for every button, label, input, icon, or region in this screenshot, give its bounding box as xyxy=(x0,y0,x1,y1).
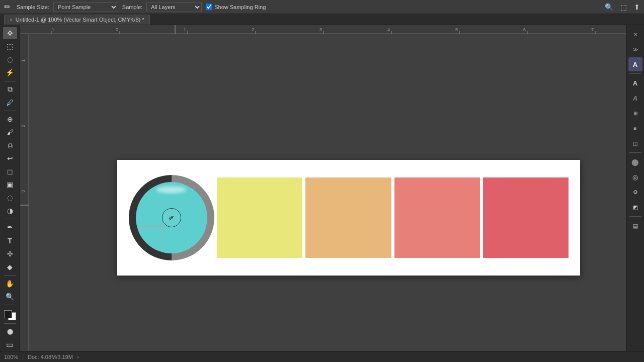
history-brush-tool[interactable]: ↩ xyxy=(3,152,17,164)
select-rect-tool[interactable]: ⬚ xyxy=(3,40,17,52)
sample-select[interactable]: All LayersCurrent LayerCurrent & Below xyxy=(146,2,202,12)
swatch-red xyxy=(483,177,569,258)
tool-separator-1 xyxy=(4,81,16,81)
collapse-panel-btn[interactable]: ✕ xyxy=(628,27,642,41)
svg-text:2: 2 xyxy=(252,27,254,32)
circle-swatch: ✏ xyxy=(127,170,215,265)
foreground-background-color[interactable] xyxy=(3,309,17,321)
brush-tool[interactable]: 🖌 xyxy=(3,126,17,138)
clone-stamp-tool[interactable]: ⎙ xyxy=(3,139,17,151)
show-sampling-ring-checkbox[interactable] xyxy=(206,4,212,10)
circle-outer-ring: ✏ xyxy=(129,175,214,260)
foreground-color-box[interactable] xyxy=(4,310,12,318)
top-toolbar: ✏ Sample Size: Point Sample3 by 3 Averag… xyxy=(0,0,644,14)
svg-text:7: 7 xyxy=(591,27,594,32)
ruler-v-svg: 1 2 3 xyxy=(20,34,29,351)
character-panel-btn[interactable]: A xyxy=(628,57,642,71)
svg-text:3: 3 xyxy=(319,27,322,32)
blur-tool[interactable]: ◌ xyxy=(3,192,17,204)
search-icon[interactable]: 🔍 xyxy=(605,3,613,11)
brush-tool-indicator: ✏ xyxy=(4,2,11,12)
eyedropper-pen-icon: ✏ xyxy=(167,214,175,222)
right-panel-icon-4[interactable]: ⊞ xyxy=(628,106,642,120)
ruler-h-svg: -1 0 1 2 3 4 5 6 7 xyxy=(20,25,626,34)
spot-heal-tool[interactable]: ⊕ xyxy=(3,113,17,125)
sample-size-select[interactable]: Point Sample3 by 3 Average5 by 5 Average… xyxy=(53,2,118,12)
svg-text:1: 1 xyxy=(184,27,186,32)
svg-text:-1: -1 xyxy=(50,27,54,32)
screen-mode-tool[interactable]: ▭ xyxy=(3,339,17,351)
document-tab[interactable]: × Untitled-1 @ 100% (Vector Smart Object… xyxy=(4,15,150,25)
right-panel-icon-8[interactable]: ◎ xyxy=(628,170,642,184)
tool-separator-5 xyxy=(4,305,16,305)
eyedropper-tool[interactable]: 🖊 xyxy=(3,96,17,108)
canvas-scroll-area[interactable]: 1 2 3 xyxy=(20,34,626,351)
show-sampling-ring-label[interactable]: Show Sampling Ring xyxy=(206,4,266,10)
sample-label: Sample: xyxy=(122,4,142,10)
eraser-tool[interactable]: ◻ xyxy=(3,165,17,177)
status-separator: | xyxy=(22,354,24,360)
circle-highlight xyxy=(156,187,185,193)
right-panel-icon-10[interactable]: ◩ xyxy=(628,200,642,214)
swatch-row: ✏ xyxy=(117,160,580,276)
path-select-tool[interactable]: ✣ xyxy=(3,248,17,260)
dodge-tool[interactable]: ◑ xyxy=(3,205,17,217)
svg-text:6: 6 xyxy=(523,27,526,32)
svg-text:3: 3 xyxy=(21,190,26,193)
lasso-tool[interactable]: ◌ xyxy=(3,53,17,65)
sample-size-label: Sample Size: xyxy=(17,4,49,10)
quick-mask-tool[interactable]: ⬤ xyxy=(3,326,17,338)
svg-text:5: 5 xyxy=(455,27,458,32)
status-arrow[interactable]: › xyxy=(77,354,79,360)
swatch-yellow xyxy=(217,177,302,258)
shape-tool[interactable]: ◆ xyxy=(3,261,17,273)
tool-separator-3 xyxy=(4,219,16,219)
gradient-tool[interactable]: ▣ xyxy=(3,178,17,191)
circle-inner-fill: ✏ xyxy=(136,182,207,253)
right-panel: ✕ ≫ A A A ⊞ ≡ ◫ ⬤ ◎ ⚙ ◩ ▤ xyxy=(626,25,644,351)
right-panel-separator-2 xyxy=(629,152,641,153)
hand-tool[interactable]: ✋ xyxy=(3,278,17,290)
expand-panel-btn[interactable]: ≫ xyxy=(628,42,642,56)
right-panel-icon-9[interactable]: ⚙ xyxy=(628,185,642,199)
tool-separator-4 xyxy=(4,275,16,276)
svg-text:4: 4 xyxy=(387,27,390,32)
ruler-vertical: 1 2 3 xyxy=(20,34,29,351)
right-panel-icon-3[interactable]: A xyxy=(628,91,642,105)
right-panel-icon-5[interactable]: ≡ xyxy=(628,121,642,135)
svg-text:1: 1 xyxy=(21,59,26,62)
right-panel-separator-3 xyxy=(629,216,641,217)
status-bar: 100% | Doc: 4.08M/3.19M › xyxy=(0,351,644,362)
circle-rect-cutout xyxy=(139,226,163,250)
quick-select-tool[interactable]: ⚡ xyxy=(3,66,17,78)
document-canvas: ✏ xyxy=(117,160,580,276)
left-toolbar: ✥ ⬚ ◌ ⚡ ⧉ 🖊 ⊕ 🖌 ⎙ ↩ ◻ ▣ ◌ ◑ ✒ T ✣ ◆ ✋ 🔍 … xyxy=(0,25,20,351)
svg-text:0: 0 xyxy=(116,27,118,32)
tab-bar: × Untitled-1 @ 100% (Vector Smart Object… xyxy=(0,14,644,25)
crop-tool[interactable]: ⧉ xyxy=(3,83,17,95)
right-panel-separator-1 xyxy=(629,73,641,74)
canvas-work-area[interactable]: ✏ xyxy=(29,34,626,351)
arrange-icon[interactable]: ⬚ xyxy=(620,3,627,11)
zoom-level: 100% xyxy=(4,354,18,360)
type-tool[interactable]: T xyxy=(3,234,17,246)
right-panel-icon-2[interactable]: A xyxy=(628,76,642,90)
tab-title: Untitled-1 @ 100% (Vector Smart Object, … xyxy=(16,17,144,23)
ruler-horizontal: -1 0 1 2 3 4 5 6 7 xyxy=(20,25,626,34)
svg-text:2: 2 xyxy=(21,125,26,127)
right-panel-icon-7[interactable]: ⬤ xyxy=(628,155,642,169)
doc-info: Doc: 4.08M/3.19M xyxy=(28,354,73,360)
canvas-container: -1 0 1 2 3 4 5 6 7 xyxy=(20,25,626,351)
right-panel-icon-11[interactable]: ▤ xyxy=(628,219,642,233)
tab-close-btn[interactable]: × xyxy=(10,17,13,23)
tool-separator-6 xyxy=(4,323,16,324)
main-area: ✥ ⬚ ◌ ⚡ ⧉ 🖊 ⊕ 🖌 ⎙ ↩ ◻ ▣ ◌ ◑ ✒ T ✣ ◆ ✋ 🔍 … xyxy=(0,25,644,351)
zoom-tool[interactable]: 🔍 xyxy=(3,291,17,303)
eyedropper-cursor: ✏ xyxy=(162,208,181,227)
right-panel-icon-6[interactable]: ◫ xyxy=(628,136,642,150)
tool-separator-2 xyxy=(4,111,16,111)
swatch-orange xyxy=(305,177,391,258)
pen-tool[interactable]: ✒ xyxy=(3,221,17,233)
share-icon[interactable]: ⬆ xyxy=(634,3,640,11)
move-tool[interactable]: ✥ xyxy=(3,27,17,39)
